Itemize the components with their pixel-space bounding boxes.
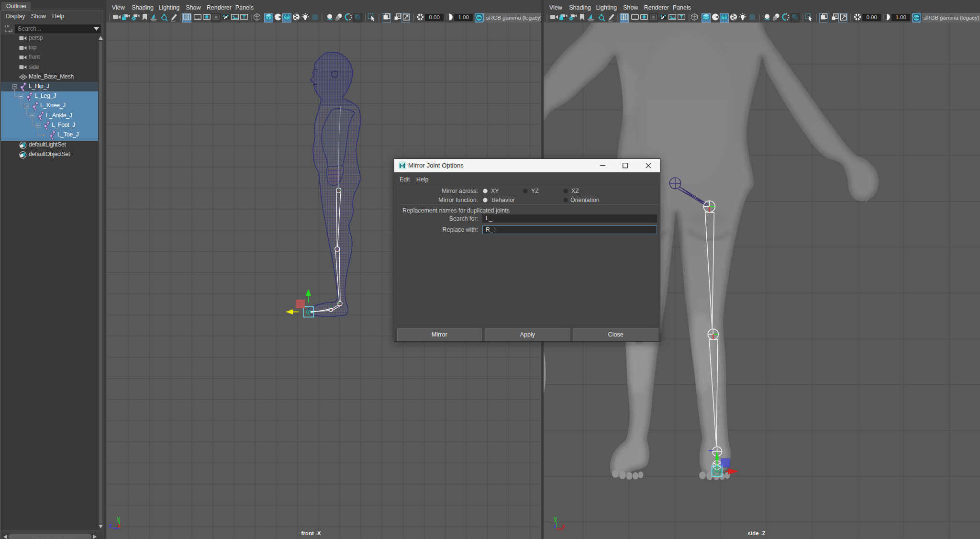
svg-text:ON: ON — [477, 16, 481, 20]
svg-text:front -X: front -X — [301, 530, 321, 536]
svg-text:z: z — [554, 522, 557, 529]
svg-text:y: y — [554, 515, 557, 522]
svg-text:x: x — [117, 522, 121, 529]
svg-text:side -Z: side -Z — [747, 530, 765, 536]
svg-text:z: z — [109, 522, 112, 529]
svg-text:x: x — [562, 522, 566, 529]
svg-text:ON: ON — [914, 16, 919, 20]
svg-text:y: y — [117, 515, 121, 522]
